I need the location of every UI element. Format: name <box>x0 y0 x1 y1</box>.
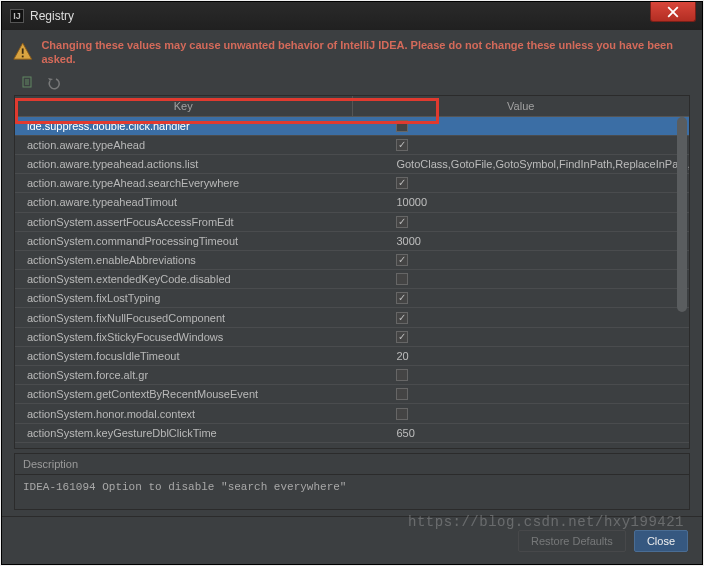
table-row[interactable]: actionSystem.fixLostTyping <box>15 289 689 308</box>
svg-rect-0 <box>22 49 24 54</box>
checkbox[interactable] <box>396 254 408 266</box>
registry-value[interactable] <box>392 136 689 154</box>
registry-key: actionSystem.commandProcessingTimeout <box>15 232 392 250</box>
table-row[interactable]: ide.suppress.double.click.handler <box>15 117 689 136</box>
description-panel: Description IDEA-161094 Option to disabl… <box>14 453 690 510</box>
checkbox[interactable] <box>396 312 408 324</box>
registry-key: actionSystem.getContextByRecentMouseEven… <box>15 385 392 403</box>
table-row[interactable]: actionSystem.fixStickyFocusedWindows <box>15 328 689 347</box>
checkbox[interactable] <box>396 369 408 381</box>
registry-key: action.aware.typeAhead.searchEverywhere <box>15 174 392 192</box>
close-button[interactable]: Close <box>634 530 688 552</box>
svg-rect-1 <box>22 56 24 58</box>
close-window-button[interactable] <box>650 2 696 22</box>
close-icon <box>667 6 679 18</box>
dialog-body: Changing these values may cause unwanted… <box>2 30 702 564</box>
table-row[interactable]: actionSystem.force.alt.gr <box>15 366 689 385</box>
registry-key: actionSystem.fixLostTyping <box>15 289 392 307</box>
checkbox[interactable] <box>396 388 408 400</box>
checkbox[interactable] <box>396 331 408 343</box>
registry-value[interactable]: 10000 <box>392 193 689 211</box>
checkbox[interactable] <box>396 120 408 132</box>
registry-value[interactable]: 650 <box>392 424 689 442</box>
registry-value[interactable] <box>392 213 689 231</box>
table-row[interactable]: actionSystem.extendedKeyCode.disabled <box>15 270 689 289</box>
window-title: Registry <box>30 9 74 23</box>
app-icon: IJ <box>10 9 24 23</box>
description-label: Description <box>15 454 689 475</box>
registry-key: actionSystem.honor.modal.context <box>15 404 392 422</box>
registry-key: actionSystem.force.alt.gr <box>15 366 392 384</box>
warning-banner: Changing these values may cause unwanted… <box>2 30 702 75</box>
checkbox[interactable] <box>396 139 408 151</box>
table-row[interactable]: actionSystem.focusIdleTimeout20 <box>15 347 689 366</box>
scrollbar[interactable] <box>677 117 687 443</box>
checkbox[interactable] <box>396 408 408 420</box>
table-row[interactable]: actionSystem.keyGestureDblClickTime650 <box>15 424 689 443</box>
table-row[interactable]: action.aware.typeAhead <box>15 136 689 155</box>
table-header: Key Value <box>15 96 689 117</box>
edit-source-icon[interactable] <box>20 75 36 91</box>
table-body[interactable]: ide.suppress.double.click.handleraction.… <box>15 117 689 443</box>
table-row[interactable]: action.aware.typeahead.actions.listGotoC… <box>15 155 689 174</box>
registry-value[interactable] <box>392 270 689 288</box>
registry-key: actionSystem.assertFocusAccessFromEdt <box>15 213 392 231</box>
checkbox[interactable] <box>396 216 408 228</box>
registry-value[interactable] <box>392 289 689 307</box>
table-row[interactable]: actionSystem.fixNullFocusedComponent <box>15 308 689 327</box>
registry-value[interactable]: GotoClass,GotoFile,GotoSymbol,FindInPath… <box>392 155 689 173</box>
table-row[interactable]: action.aware.typeaheadTimout10000 <box>15 193 689 212</box>
registry-key: actionSystem.fixNullFocusedComponent <box>15 308 392 326</box>
checkbox[interactable] <box>396 292 408 304</box>
registry-key: actionSystem.extendedKeyCode.disabled <box>15 270 392 288</box>
scrollbar-thumb[interactable] <box>677 117 687 313</box>
titlebar[interactable]: IJ Registry <box>2 2 702 30</box>
warning-text: Changing these values may cause unwanted… <box>41 38 692 67</box>
registry-key: action.aware.typeahead.actions.list <box>15 155 392 173</box>
registry-value[interactable]: 3000 <box>392 232 689 250</box>
registry-key: actionSystem.fixStickyFocusedWindows <box>15 328 392 346</box>
registry-value[interactable] <box>392 366 689 384</box>
checkbox[interactable] <box>396 273 408 285</box>
table-row[interactable]: actionSystem.honor.modal.context <box>15 404 689 423</box>
registry-value[interactable] <box>392 385 689 403</box>
registry-value[interactable] <box>392 404 689 422</box>
column-value[interactable]: Value <box>353 96 690 117</box>
dialog-window: IJ Registry Changing these values may ca… <box>1 1 703 565</box>
registry-value[interactable]: 20 <box>392 347 689 365</box>
registry-key: action.aware.typeAhead <box>15 136 392 154</box>
description-text: IDEA-161094 Option to disable "search ev… <box>15 475 689 509</box>
registry-value[interactable] <box>392 117 689 135</box>
table-row[interactable]: actionSystem.getContextByRecentMouseEven… <box>15 385 689 404</box>
table-row[interactable]: action.aware.typeAhead.searchEverywhere <box>15 174 689 193</box>
registry-key: actionSystem.keyGestureDblClickTime <box>15 424 392 442</box>
revert-icon[interactable] <box>46 75 62 91</box>
table-row[interactable]: actionSystem.enableAbbreviations <box>15 251 689 270</box>
registry-value[interactable] <box>392 251 689 269</box>
registry-value[interactable] <box>392 328 689 346</box>
registry-value[interactable] <box>392 308 689 326</box>
warning-icon <box>12 41 33 63</box>
dialog-footer: Restore Defaults Close <box>2 516 702 564</box>
table-row[interactable]: actionSystem.assertFocusAccessFromEdt <box>15 213 689 232</box>
registry-key: action.aware.typeaheadTimout <box>15 193 392 211</box>
registry-key: actionSystem.focusIdleTimeout <box>15 347 392 365</box>
toolbar <box>2 75 702 95</box>
checkbox[interactable] <box>396 177 408 189</box>
registry-table: Key Value ide.suppress.double.click.hand… <box>14 95 690 449</box>
registry-key: actionSystem.enableAbbreviations <box>15 251 392 269</box>
restore-defaults-button[interactable]: Restore Defaults <box>518 530 626 552</box>
registry-key: ide.suppress.double.click.handler <box>15 117 392 135</box>
table-row[interactable]: actionSystem.commandProcessingTimeout300… <box>15 232 689 251</box>
registry-value[interactable] <box>392 174 689 192</box>
column-key[interactable]: Key <box>15 96 353 117</box>
